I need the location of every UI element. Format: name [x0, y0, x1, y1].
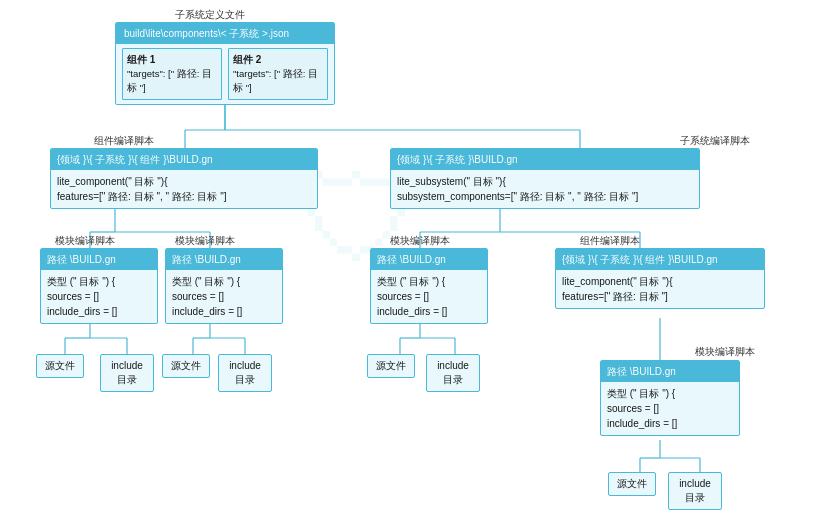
inc4-label: include目录	[677, 477, 713, 505]
inc2-box: include目录	[218, 354, 272, 392]
comp-build2-box: {领域 }\{ 子系统 }\{ 组件 }\BUILD.gn lite_compo…	[555, 248, 765, 309]
subsys-build-box: {领域 }\{ 子系统 }\BUILD.gn lite_subsystem(" …	[390, 148, 700, 209]
module2-title: 路径 \BUILD.gn	[166, 249, 282, 270]
comp-compile-label2: 组件编译脚本	[580, 234, 640, 248]
root-box-title: build\lite\components\< 子系统 >.json	[116, 23, 334, 44]
module4-box: 路径 \BUILD.gn 类型 (" 目标 ") { sources = [] …	[600, 360, 740, 436]
comp1-header: 组件 1	[127, 52, 217, 67]
src1-box: 源文件	[36, 354, 84, 378]
comp-build-box: {领域 }\{ 子系统 }\{ 组件 }\BUILD.gn lite_compo…	[50, 148, 318, 209]
src4-box: 源文件	[608, 472, 656, 496]
comp-compile-label: 组件编译脚本	[94, 134, 154, 148]
inc4-box: include目录	[668, 472, 722, 510]
src3-box: 源文件	[367, 354, 415, 378]
diagram: 🛡	[0, 0, 820, 519]
inc2-label: include目录	[227, 359, 263, 387]
comp1-body: "targets": [" 路径: 目标 "]	[127, 67, 217, 96]
module1-body2: sources = []	[47, 289, 151, 304]
subsys-compile-label: 子系统编译脚本	[680, 134, 750, 148]
top-label: 子系统定义文件	[175, 8, 245, 22]
module2-box: 路径 \BUILD.gn 类型 (" 目标 ") { sources = [] …	[165, 248, 283, 324]
comp-build-body2: features=[" 路径: 目标 ", " 路径: 目标 "]	[57, 189, 311, 204]
module2-body3: include_dirs = []	[172, 304, 276, 319]
module4-body2: sources = []	[607, 401, 733, 416]
inc3-box: include目录	[426, 354, 480, 392]
inc1-label: include目录	[109, 359, 145, 387]
module-compile-label4: 模块编译脚本	[695, 345, 755, 359]
module2-body2: sources = []	[172, 289, 276, 304]
module3-title: 路径 \BUILD.gn	[371, 249, 487, 270]
src4-label: 源文件	[617, 478, 647, 489]
module3-box: 路径 \BUILD.gn 类型 (" 目标 ") { sources = [] …	[370, 248, 488, 324]
module1-body1: 类型 (" 目标 ") {	[47, 274, 151, 289]
comp-build-title: {领域 }\{ 子系统 }\{ 组件 }\BUILD.gn	[51, 149, 317, 170]
module1-title: 路径 \BUILD.gn	[41, 249, 157, 270]
comp-build2-body1: lite_component(" 目标 "){	[562, 274, 758, 289]
subsys-build-body2: subsystem_components=[" 路径: 目标 ", " 路径: …	[397, 189, 693, 204]
module-compile-label2: 模块编译脚本	[175, 234, 235, 248]
module4-body1: 类型 (" 目标 ") {	[607, 386, 733, 401]
comp-build2-title: {领域 }\{ 子系统 }\{ 组件 }\BUILD.gn	[556, 249, 764, 270]
src1-label: 源文件	[45, 360, 75, 371]
subsys-build-body1: lite_subsystem(" 目标 "){	[397, 174, 693, 189]
module3-body3: include_dirs = []	[377, 304, 481, 319]
comp2-header: 组件 2	[233, 52, 323, 67]
module2-body1: 类型 (" 目标 ") {	[172, 274, 276, 289]
module3-body1: 类型 (" 目标 ") {	[377, 274, 481, 289]
comp2-body: "targets": [" 路径: 目标 "]	[233, 67, 323, 96]
comp-build-body1: lite_component(" 目标 "){	[57, 174, 311, 189]
module-compile-label1: 模块编译脚本	[55, 234, 115, 248]
root-box: build\lite\components\< 子系统 >.json 组件 1 …	[115, 22, 335, 105]
module-compile-label3: 模块编译脚本	[390, 234, 450, 248]
src3-label: 源文件	[376, 360, 406, 371]
module3-body2: sources = []	[377, 289, 481, 304]
module4-title: 路径 \BUILD.gn	[601, 361, 739, 382]
module4-body3: include_dirs = []	[607, 416, 733, 431]
module1-body3: include_dirs = []	[47, 304, 151, 319]
src2-label: 源文件	[171, 360, 201, 371]
comp-build2-body2: features=[" 路径: 目标 "]	[562, 289, 758, 304]
module1-box: 路径 \BUILD.gn 类型 (" 目标 ") { sources = [] …	[40, 248, 158, 324]
inc1-box: include目录	[100, 354, 154, 392]
inc3-label: include目录	[435, 359, 471, 387]
subsys-build-title: {领域 }\{ 子系统 }\BUILD.gn	[391, 149, 699, 170]
src2-box: 源文件	[162, 354, 210, 378]
